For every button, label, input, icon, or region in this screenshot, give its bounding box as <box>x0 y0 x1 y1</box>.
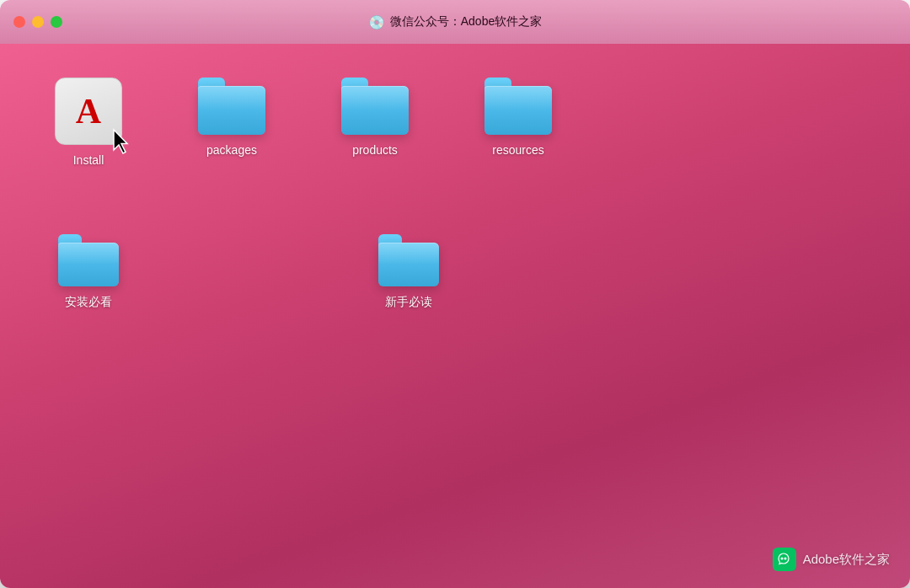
xinshou-folder-icon <box>378 234 439 286</box>
title-text: 微信公众号：Adobe软件之家 <box>390 14 542 29</box>
finder-window: 💿 微信公众号：Adobe软件之家 A <box>0 0 910 588</box>
adobe-installer-icon: A <box>55 78 122 145</box>
maximize-button[interactable] <box>51 16 62 28</box>
item-install[interactable]: A Install <box>51 78 126 167</box>
finder-content: A Install packages <box>0 44 910 588</box>
items-row-1: A Install packages <box>51 78 556 167</box>
xinshou-label: 新手必读 <box>385 295 432 310</box>
install-label: Install <box>73 153 104 167</box>
titlebar: 💿 微信公众号：Adobe软件之家 <box>0 0 910 44</box>
products-label: products <box>352 143 398 157</box>
item-resources[interactable]: resources <box>480 78 556 157</box>
wechat-icon <box>773 548 796 571</box>
close-button[interactable] <box>13 16 25 28</box>
disk-icon: 💿 <box>368 14 385 30</box>
item-products[interactable]: products <box>337 78 413 157</box>
minimize-button[interactable] <box>32 16 44 28</box>
packages-label: packages <box>206 143 257 157</box>
window-title: 💿 微信公众号：Adobe软件之家 <box>368 14 542 30</box>
anzhuang-label: 安装必看 <box>65 295 112 310</box>
anzhuang-folder-icon <box>58 234 119 286</box>
svg-point-1 <box>784 558 786 560</box>
items-row-2: 安装必看 新手必读 <box>51 234 447 310</box>
item-anzhuang[interactable]: 安装必看 <box>51 234 126 310</box>
item-packages[interactable]: packages <box>194 78 270 157</box>
watermark-text: Adobe软件之家 <box>803 552 890 568</box>
packages-folder-icon <box>198 78 265 135</box>
svg-point-0 <box>780 558 783 560</box>
resources-label: resources <box>492 143 543 157</box>
resources-folder-icon <box>484 78 552 135</box>
watermark: Adobe软件之家 <box>773 548 890 571</box>
item-xinshou[interactable]: 新手必读 <box>371 234 447 310</box>
adobe-a-letter: A <box>76 94 101 129</box>
traffic-lights <box>13 16 62 28</box>
products-folder-icon <box>341 78 409 135</box>
